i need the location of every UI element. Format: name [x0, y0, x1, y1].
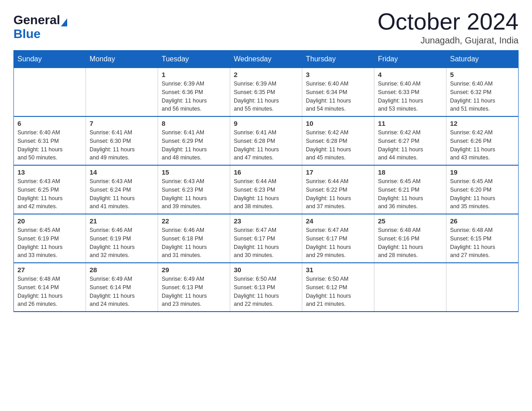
day-info: Sunrise: 6:50 AM Sunset: 6:12 PM Dayligh…	[306, 275, 370, 308]
day-number: 17	[306, 168, 370, 176]
calendar-day-cell: 13Sunrise: 6:43 AM Sunset: 6:25 PM Dayli…	[14, 165, 86, 214]
calendar-day-cell	[86, 68, 158, 117]
calendar-header-thursday: Thursday	[302, 51, 374, 68]
calendar-day-cell: 5Sunrise: 6:40 AM Sunset: 6:32 PM Daylig…	[446, 68, 519, 117]
calendar-day-cell: 4Sunrise: 6:40 AM Sunset: 6:33 PM Daylig…	[374, 68, 446, 117]
calendar-day-cell: 24Sunrise: 6:47 AM Sunset: 6:17 PM Dayli…	[302, 214, 374, 263]
calendar-day-cell: 22Sunrise: 6:46 AM Sunset: 6:18 PM Dayli…	[158, 214, 230, 263]
location: Junagadh, Gujarat, India	[378, 35, 519, 46]
day-info: Sunrise: 6:40 AM Sunset: 6:31 PM Dayligh…	[17, 128, 82, 162]
day-number: 10	[306, 120, 370, 127]
logo: General Blue	[13, 13, 67, 41]
calendar-header-sunday: Sunday	[14, 51, 86, 68]
day-number: 14	[90, 168, 154, 176]
day-info: Sunrise: 6:39 AM Sunset: 6:36 PM Dayligh…	[162, 80, 226, 113]
page-header: General Blue October 2024 Junagadh, Guja…	[13, 9, 519, 46]
day-info: Sunrise: 6:44 AM Sunset: 6:22 PM Dayligh…	[306, 177, 370, 211]
calendar-day-cell: 21Sunrise: 6:46 AM Sunset: 6:19 PM Dayli…	[86, 214, 158, 263]
calendar-day-cell: 2Sunrise: 6:39 AM Sunset: 6:35 PM Daylig…	[230, 68, 302, 117]
calendar-day-cell: 25Sunrise: 6:48 AM Sunset: 6:16 PM Dayli…	[374, 214, 446, 263]
calendar-day-cell: 26Sunrise: 6:48 AM Sunset: 6:15 PM Dayli…	[446, 214, 519, 263]
day-info: Sunrise: 6:43 AM Sunset: 6:24 PM Dayligh…	[90, 177, 154, 211]
calendar-day-cell	[446, 263, 519, 312]
calendar-day-cell: 28Sunrise: 6:49 AM Sunset: 6:14 PM Dayli…	[86, 263, 158, 312]
calendar-day-cell: 11Sunrise: 6:42 AM Sunset: 6:27 PM Dayli…	[374, 116, 446, 165]
day-number: 31	[306, 266, 370, 274]
calendar-day-cell: 9Sunrise: 6:41 AM Sunset: 6:28 PM Daylig…	[230, 116, 302, 165]
day-number: 5	[450, 71, 515, 78]
calendar-day-cell: 18Sunrise: 6:45 AM Sunset: 6:21 PM Dayli…	[374, 165, 446, 214]
calendar-day-cell: 12Sunrise: 6:42 AM Sunset: 6:26 PM Dayli…	[446, 116, 519, 165]
day-number: 16	[234, 168, 298, 176]
calendar-day-cell: 17Sunrise: 6:44 AM Sunset: 6:22 PM Dayli…	[302, 165, 374, 214]
day-number: 6	[17, 120, 82, 127]
day-number: 8	[162, 120, 226, 127]
day-number: 18	[378, 168, 442, 176]
day-number: 19	[450, 168, 515, 176]
calendar-day-cell: 15Sunrise: 6:43 AM Sunset: 6:23 PM Dayli…	[158, 165, 230, 214]
day-number: 29	[162, 266, 226, 274]
calendar-day-cell: 30Sunrise: 6:50 AM Sunset: 6:13 PM Dayli…	[230, 263, 302, 312]
day-info: Sunrise: 6:41 AM Sunset: 6:30 PM Dayligh…	[90, 128, 154, 162]
calendar-day-cell: 7Sunrise: 6:41 AM Sunset: 6:30 PM Daylig…	[86, 116, 158, 165]
day-info: Sunrise: 6:48 AM Sunset: 6:14 PM Dayligh…	[17, 275, 82, 308]
calendar-day-cell: 10Sunrise: 6:42 AM Sunset: 6:28 PM Dayli…	[302, 116, 374, 165]
logo-blue-text: Blue	[13, 27, 67, 41]
calendar-week-row: 13Sunrise: 6:43 AM Sunset: 6:25 PM Dayli…	[14, 165, 519, 214]
day-number: 25	[378, 217, 442, 225]
calendar-header-monday: Monday	[86, 51, 158, 68]
calendar-week-row: 20Sunrise: 6:45 AM Sunset: 6:19 PM Dayli…	[14, 214, 519, 263]
calendar-day-cell: 20Sunrise: 6:45 AM Sunset: 6:19 PM Dayli…	[14, 214, 86, 263]
calendar-day-cell	[14, 68, 86, 117]
day-number: 4	[378, 71, 442, 78]
day-info: Sunrise: 6:49 AM Sunset: 6:13 PM Dayligh…	[162, 275, 226, 308]
day-number: 26	[450, 217, 515, 225]
day-number: 21	[90, 217, 154, 225]
day-info: Sunrise: 6:48 AM Sunset: 6:16 PM Dayligh…	[378, 226, 442, 260]
day-info: Sunrise: 6:46 AM Sunset: 6:18 PM Dayligh…	[162, 226, 226, 260]
calendar-week-row: 27Sunrise: 6:48 AM Sunset: 6:14 PM Dayli…	[14, 263, 519, 312]
day-info: Sunrise: 6:45 AM Sunset: 6:21 PM Dayligh…	[378, 177, 442, 211]
day-number: 20	[17, 217, 82, 225]
month-title: October 2024	[378, 9, 519, 34]
day-number: 7	[90, 120, 154, 127]
calendar-day-cell: 1Sunrise: 6:39 AM Sunset: 6:36 PM Daylig…	[158, 68, 230, 117]
calendar-header-tuesday: Tuesday	[158, 51, 230, 68]
day-info: Sunrise: 6:45 AM Sunset: 6:19 PM Dayligh…	[17, 226, 82, 260]
calendar-day-cell: 14Sunrise: 6:43 AM Sunset: 6:24 PM Dayli…	[86, 165, 158, 214]
calendar-day-cell	[374, 263, 446, 312]
calendar-header-wednesday: Wednesday	[230, 51, 302, 68]
logo-general-text: General	[13, 13, 60, 27]
title-area: October 2024 Junagadh, Gujarat, India	[378, 9, 519, 46]
day-info: Sunrise: 6:43 AM Sunset: 6:23 PM Dayligh…	[162, 177, 226, 211]
day-number: 22	[162, 217, 226, 225]
day-number: 30	[234, 266, 298, 274]
calendar-day-cell: 16Sunrise: 6:44 AM Sunset: 6:23 PM Dayli…	[230, 165, 302, 214]
day-number: 9	[234, 120, 298, 127]
day-number: 2	[234, 71, 298, 78]
calendar-header-row: SundayMondayTuesdayWednesdayThursdayFrid…	[14, 51, 519, 68]
calendar-day-cell: 29Sunrise: 6:49 AM Sunset: 6:13 PM Dayli…	[158, 263, 230, 312]
logo-triangle-icon	[61, 18, 67, 26]
day-info: Sunrise: 6:46 AM Sunset: 6:19 PM Dayligh…	[90, 226, 154, 260]
calendar-header-friday: Friday	[374, 51, 446, 68]
day-info: Sunrise: 6:40 AM Sunset: 6:32 PM Dayligh…	[450, 80, 515, 113]
calendar-day-cell: 8Sunrise: 6:41 AM Sunset: 6:29 PM Daylig…	[158, 116, 230, 165]
day-info: Sunrise: 6:47 AM Sunset: 6:17 PM Dayligh…	[234, 226, 298, 260]
calendar-week-row: 1Sunrise: 6:39 AM Sunset: 6:36 PM Daylig…	[14, 68, 519, 117]
day-number: 13	[17, 168, 82, 176]
day-number: 12	[450, 120, 515, 127]
day-info: Sunrise: 6:47 AM Sunset: 6:17 PM Dayligh…	[306, 226, 370, 260]
day-number: 15	[162, 168, 226, 176]
day-info: Sunrise: 6:44 AM Sunset: 6:23 PM Dayligh…	[234, 177, 298, 211]
calendar-day-cell: 31Sunrise: 6:50 AM Sunset: 6:12 PM Dayli…	[302, 263, 374, 312]
day-number: 24	[306, 217, 370, 225]
day-info: Sunrise: 6:48 AM Sunset: 6:15 PM Dayligh…	[450, 226, 515, 260]
day-info: Sunrise: 6:50 AM Sunset: 6:13 PM Dayligh…	[234, 275, 298, 308]
day-number: 23	[234, 217, 298, 225]
day-number: 3	[306, 71, 370, 78]
day-number: 27	[17, 266, 82, 274]
calendar-day-cell: 23Sunrise: 6:47 AM Sunset: 6:17 PM Dayli…	[230, 214, 302, 263]
calendar-table: SundayMondayTuesdayWednesdayThursdayFrid…	[13, 50, 519, 312]
day-info: Sunrise: 6:45 AM Sunset: 6:20 PM Dayligh…	[450, 177, 515, 211]
